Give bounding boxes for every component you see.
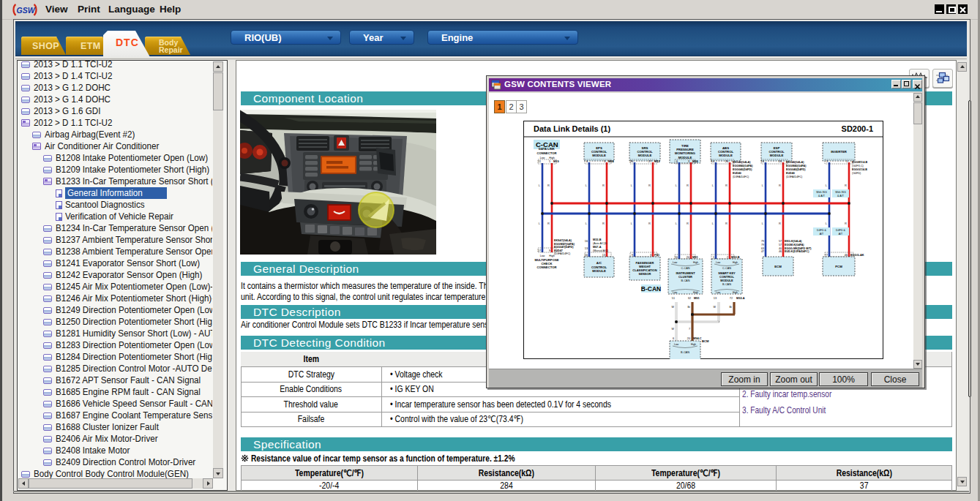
svg-text:2: 2 xyxy=(826,160,828,163)
svg-text:With ISG: With ISG xyxy=(835,191,846,194)
svg-text:R: R xyxy=(779,222,781,225)
svg-text:2: 2 xyxy=(727,256,728,259)
svg-text:M91: M91 xyxy=(694,296,700,300)
svg-text:MODULE: MODULE xyxy=(770,154,784,157)
svg-text:R: R xyxy=(648,184,651,187)
svg-text:CONTROL: CONTROL xyxy=(637,150,653,154)
svg-text:R: R xyxy=(547,184,550,187)
svg-text:3: 3 xyxy=(650,254,651,257)
svg-text:EUD40: EUD40 xyxy=(786,172,795,175)
svg-text:B-CAN: B-CAN xyxy=(722,283,731,286)
svg-text:A/T: A/T xyxy=(839,233,843,236)
svg-text:EKG40(G4LA): EKG40(G4LA) xyxy=(786,161,804,164)
svg-text:MODULE: MODULE xyxy=(592,154,606,157)
svg-text:C-CAN: C-CAN xyxy=(681,267,689,270)
svg-text:16: 16 xyxy=(675,256,678,259)
svg-text:(D3FA/D4FC): (D3FA/D4FC) xyxy=(733,176,749,178)
svg-text:EGGM40(G4FA): EGGM40(G4FA) xyxy=(733,165,753,167)
svg-text:26: 26 xyxy=(725,160,728,163)
svg-text:High: High xyxy=(693,261,698,264)
svg-text:EKG-K(G4LA): EKG-K(G4LA) xyxy=(785,240,802,243)
svg-text:EGGM-K(G4FA): EGGM-K(G4FA) xyxy=(785,244,804,246)
svg-text:R: R xyxy=(725,184,727,187)
svg-text:Low: Low xyxy=(674,343,679,346)
svg-text:D4FD &: D4FD & xyxy=(817,229,826,232)
svg-text:Low: Low xyxy=(716,261,721,264)
svg-text:13: 13 xyxy=(585,247,588,250)
svg-text:47: 47 xyxy=(761,250,764,253)
svg-text:R: R xyxy=(602,222,605,225)
svg-text:High: High xyxy=(733,291,738,294)
svg-text:77: 77 xyxy=(825,254,828,257)
svg-text:M32-A: M32-A xyxy=(736,296,745,300)
svg-text:CONNECTOR: CONNECTOR xyxy=(537,151,557,155)
svg-text:ABS: ABS xyxy=(722,146,729,150)
svg-text:46: 46 xyxy=(779,250,782,253)
svg-text:7: 7 xyxy=(689,328,690,331)
svg-text:M67-A: M67-A xyxy=(593,246,602,249)
svg-text:20: 20 xyxy=(687,337,690,340)
svg-text:SRS: SRS xyxy=(642,146,648,150)
svg-text:ECM: ECM xyxy=(774,265,782,268)
svg-text:57: 57 xyxy=(779,240,782,243)
svg-text:EUD40: EUD40 xyxy=(733,172,741,175)
svg-text:ESP: ESP xyxy=(774,146,780,150)
svg-text:MONITORING: MONITORING xyxy=(675,151,696,155)
svg-text:27: 27 xyxy=(648,160,651,163)
svg-text:63: 63 xyxy=(761,247,764,250)
svg-text:EGGG114-B: EGGG114-B xyxy=(852,168,867,171)
svg-text:Low: Low xyxy=(540,157,545,159)
svg-text:EGG040(D4FD): EGG040(D4FD) xyxy=(733,168,752,171)
svg-text:(G4FD): (G4FD) xyxy=(852,172,861,175)
svg-text:(Auto A/C)D: (Auto A/C)D xyxy=(593,242,607,245)
svg-text:17: 17 xyxy=(538,249,541,252)
svg-text:A/C: A/C xyxy=(596,261,602,265)
svg-text:MODULE: MODULE xyxy=(592,269,606,273)
svg-text:M19: M19 xyxy=(553,159,559,163)
svg-text:M58: M58 xyxy=(692,159,698,163)
svg-text:C-CAN: C-CAN xyxy=(722,267,731,270)
svg-text:PCM: PCM xyxy=(835,265,842,268)
svg-text:CLUSTER: CLUSTER xyxy=(678,275,692,279)
svg-text:51: 51 xyxy=(672,297,675,300)
svg-text:14: 14 xyxy=(761,160,764,163)
svg-text:9: 9 xyxy=(549,249,550,252)
svg-text:M94-C: M94-C xyxy=(693,336,702,340)
svg-text:M12: M12 xyxy=(654,159,660,163)
svg-text:MODULE: MODULE xyxy=(638,154,652,157)
svg-text:Low: Low xyxy=(673,291,678,294)
svg-text:R: R xyxy=(725,222,727,225)
svg-text:M24: M24 xyxy=(608,159,614,163)
svg-text:(G4FX,C): (G4FX,C) xyxy=(852,165,864,167)
svg-text:& A/T: & A/T xyxy=(818,195,826,197)
svg-text:R: R xyxy=(687,222,689,225)
svg-text:DATA LINK: DATA LINK xyxy=(539,147,555,151)
svg-text:CONTROL: CONTROL xyxy=(768,150,785,154)
svg-text:EKG40(G4LA): EKG40(G4LA) xyxy=(733,161,751,164)
svg-text:3: 3 xyxy=(688,160,689,163)
svg-text:TIRE: TIRE xyxy=(681,144,689,148)
svg-text:R: R xyxy=(648,222,651,225)
svg-text:R: R xyxy=(687,184,689,187)
svg-text:6: 6 xyxy=(673,337,674,340)
svg-text:W: W xyxy=(672,306,675,309)
svg-text:M32-B: M32-B xyxy=(731,255,740,259)
svg-text:B-CAN: B-CAN xyxy=(641,285,661,293)
svg-text:32: 32 xyxy=(688,297,691,300)
svg-text:EGGG-AK: EGGG-AK xyxy=(850,253,864,257)
svg-text:EGGM40(G4FA): EGGM40(G4FA) xyxy=(786,165,807,167)
svg-text:26: 26 xyxy=(779,160,782,163)
svg-text:13: 13 xyxy=(714,297,717,300)
svg-text:R: R xyxy=(547,222,550,225)
svg-text:16: 16 xyxy=(585,254,588,257)
svg-text:EKS47(G4LA): EKS47(G4LA) xyxy=(554,239,572,242)
svg-text:R: R xyxy=(845,222,847,225)
svg-text:With ISG: With ISG xyxy=(816,191,827,194)
svg-text:79: 79 xyxy=(761,244,764,246)
svg-text:11: 11 xyxy=(538,160,541,163)
svg-text:SENSOR: SENSOR xyxy=(639,272,651,276)
svg-text:CONNECTOR: CONNECTOR xyxy=(537,265,557,269)
svg-text:W: W xyxy=(714,306,717,309)
svg-text:Low: Low xyxy=(540,255,545,257)
svg-text:R: R xyxy=(779,184,781,187)
